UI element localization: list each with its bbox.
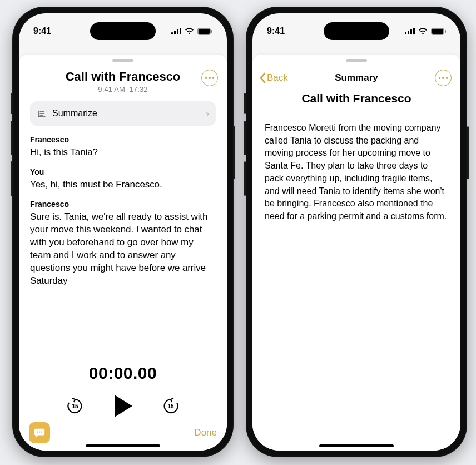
summarize-label: Summarize [52, 108, 200, 118]
svg-rect-1 [174, 31, 176, 34]
more-button[interactable] [435, 70, 452, 86]
skip-forward-button[interactable]: 15 [161, 397, 180, 415]
phone-transcript: 9:41 Call with Francesco 9:41 AM 17:32 [12, 7, 234, 457]
summary-header-title: Summary [335, 72, 378, 83]
speaker-label: Francesco [30, 199, 216, 210]
home-indicator[interactable] [86, 444, 160, 447]
play-button[interactable] [113, 395, 132, 417]
cellular-icon [171, 28, 181, 34]
summary-title: Call with Francesco [252, 92, 460, 105]
svg-marker-10 [115, 395, 132, 417]
player-timecode: 00:00.00 [19, 364, 227, 383]
svg-point-11 [37, 432, 38, 433]
skip-back-seconds: 15 [66, 397, 85, 415]
status-time: 9:41 [33, 26, 51, 36]
summarize-icon [37, 108, 47, 118]
svg-rect-15 [408, 31, 409, 34]
speaker-label: Francesco [30, 135, 216, 145]
phone-summary: 9:41 Back Summary Call with Francesco [246, 7, 467, 457]
chevron-left-icon [259, 72, 266, 83]
summary-body: Francesco Moretti from the moving compan… [252, 113, 460, 223]
svg-point-13 [41, 432, 42, 433]
sheet-grabber[interactable] [346, 59, 367, 62]
summarize-button[interactable]: Summarize › [30, 101, 216, 126]
player: 00:00.00 15 15 [19, 364, 227, 417]
skip-back-button[interactable]: 15 [66, 397, 85, 415]
svg-rect-17 [413, 28, 415, 34]
more-button[interactable] [201, 70, 218, 86]
wifi-icon [418, 28, 428, 34]
transcript-line: Sure is. Tania, we're all ready to assis… [30, 211, 216, 288]
ellipsis-icon [205, 77, 215, 79]
svg-rect-3 [180, 28, 181, 34]
transcript-line: Yes, hi, this must be Francesco. [30, 179, 216, 191]
transcript[interactable]: Francesco Hi, is this Tania? You Yes, hi… [30, 135, 216, 287]
svg-rect-0 [171, 32, 173, 34]
svg-rect-19 [432, 29, 443, 34]
speaker-label: You [30, 167, 216, 177]
svg-rect-2 [177, 29, 178, 35]
battery-icon [431, 28, 446, 35]
chevron-right-icon: › [206, 108, 209, 120]
svg-rect-6 [211, 30, 212, 33]
message-icon [33, 427, 46, 439]
svg-rect-5 [199, 29, 210, 34]
svg-rect-20 [445, 30, 446, 33]
back-label: Back [267, 72, 288, 83]
done-button[interactable]: Done [194, 427, 217, 438]
svg-rect-16 [410, 29, 412, 35]
svg-rect-14 [405, 32, 406, 34]
transcript-line: Hi, is this Tania? [30, 146, 216, 159]
status-bar: 9:41 [252, 21, 460, 41]
summary-sheet: Back Summary Call with Francesco Frances… [252, 55, 460, 451]
home-indicator[interactable] [319, 444, 394, 447]
messages-button[interactable] [29, 422, 50, 443]
recording-sheet: Call with Francesco 9:41 AM 17:32 Summar… [19, 55, 227, 451]
status-time: 9:41 [267, 26, 285, 36]
back-button[interactable]: Back [259, 72, 288, 83]
wifi-icon [185, 28, 194, 34]
status-bar: 9:41 [19, 21, 227, 41]
sheet-grabber[interactable] [112, 59, 133, 62]
ellipsis-icon [439, 77, 448, 79]
battery-icon [197, 28, 212, 35]
skip-forward-seconds: 15 [161, 397, 180, 415]
cellular-icon [405, 28, 415, 34]
svg-point-12 [39, 432, 40, 433]
